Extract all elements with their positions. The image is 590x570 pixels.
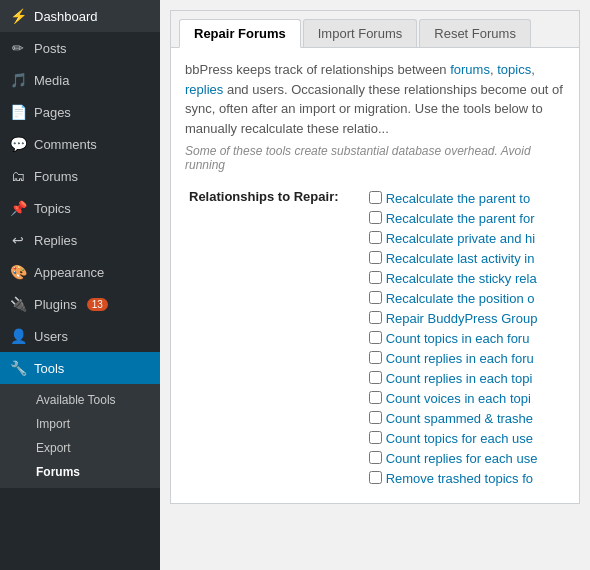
sidebar-item-appearance[interactable]: 🎨 Appearance xyxy=(0,256,160,288)
sidebar-item-posts[interactable]: ✏ Posts xyxy=(0,32,160,64)
checkbox-opt7[interactable] xyxy=(369,311,382,324)
repair-table: Relationships to Repair: Recalculate the… xyxy=(185,186,565,491)
checkbox-opt13[interactable] xyxy=(369,431,382,444)
option-text-15: Remove trashed topics fo xyxy=(382,471,533,486)
sidebar: ⚡ Dashboard ✏ Posts 🎵 Media 📄 Pages 💬 Co… xyxy=(0,0,160,570)
checkbox-opt12[interactable] xyxy=(369,411,382,424)
warning-text: Some of these tools create substantial d… xyxy=(185,144,565,172)
option-text-3: Recalculate private and hi xyxy=(382,231,535,246)
option-text-8: Count topics in each foru xyxy=(382,331,529,346)
sidebar-label-dashboard: Dashboard xyxy=(34,9,98,24)
option-text-11: Count voices in each topi xyxy=(382,391,531,406)
sidebar-item-dashboard[interactable]: ⚡ Dashboard xyxy=(0,0,160,32)
checkbox-opt4[interactable] xyxy=(369,251,382,264)
tabs-bar: Repair Forums Import Forums Reset Forums xyxy=(171,11,579,48)
option-row-7: Repair BuddyPress Group xyxy=(369,309,561,328)
topics-icon: 📌 xyxy=(10,200,26,216)
checkbox-opt3[interactable] xyxy=(369,231,382,244)
appearance-icon: 🎨 xyxy=(10,264,26,280)
plugins-icon: 🔌 xyxy=(10,296,26,312)
option-row-3: Recalculate private and hi xyxy=(369,229,561,248)
tab-import-forums[interactable]: Import Forums xyxy=(303,19,418,47)
sidebar-label-tools: Tools xyxy=(34,361,64,376)
options-list: Recalculate the parent to Recalculate th… xyxy=(369,189,561,488)
sidebar-item-plugins[interactable]: 🔌 Plugins 13 xyxy=(0,288,160,320)
plugins-badge: 13 xyxy=(87,298,108,311)
tab-repair-forums[interactable]: Repair Forums xyxy=(179,19,301,48)
option-text-7: Repair BuddyPress Group xyxy=(382,311,537,326)
sidebar-sub-tools: Available Tools Import Export Forums xyxy=(0,384,160,488)
checkbox-opt1[interactable] xyxy=(369,191,382,204)
sidebar-sub-forums[interactable]: Forums xyxy=(0,460,160,484)
sidebar-item-pages[interactable]: 📄 Pages xyxy=(0,96,160,128)
option-row-12: Count spammed & trashe xyxy=(369,409,561,428)
sidebar-item-comments[interactable]: 💬 Comments xyxy=(0,128,160,160)
media-icon: 🎵 xyxy=(10,72,26,88)
sidebar-label-media: Media xyxy=(34,73,69,88)
option-row-9: Count replies in each foru xyxy=(369,349,561,368)
sidebar-item-media[interactable]: 🎵 Media xyxy=(0,64,160,96)
sidebar-label-plugins: Plugins xyxy=(34,297,77,312)
option-text-13: Count topics for each use xyxy=(382,431,533,446)
option-text-4: Recalculate last activity in xyxy=(382,251,534,266)
checkbox-opt14[interactable] xyxy=(369,451,382,464)
option-text-1: Recalculate the parent to xyxy=(382,191,530,206)
relationships-label: Relationships to Repair: xyxy=(185,186,365,491)
checkbox-opt5[interactable] xyxy=(369,271,382,284)
replies-icon: ↩ xyxy=(10,232,26,248)
sidebar-sub-export[interactable]: Export xyxy=(0,436,160,460)
forums-link[interactable]: forums xyxy=(450,62,490,77)
main-content: Repair Forums Import Forums Reset Forums… xyxy=(160,0,590,570)
sidebar-item-tools[interactable]: 🔧 Tools xyxy=(0,352,160,384)
replies-link[interactable]: replies xyxy=(185,82,223,97)
checkbox-opt6[interactable] xyxy=(369,291,382,304)
posts-icon: ✏ xyxy=(10,40,26,56)
option-text-2: Recalculate the parent for xyxy=(382,211,535,226)
option-row-5: Recalculate the sticky rela xyxy=(369,269,561,288)
option-text-9: Count replies in each foru xyxy=(382,351,534,366)
option-row-13: Count topics for each use xyxy=(369,429,561,448)
sidebar-sub-import[interactable]: Import xyxy=(0,412,160,436)
sidebar-label-topics: Topics xyxy=(34,201,71,216)
option-text-14: Count replies for each use xyxy=(382,451,537,466)
content-panel: Repair Forums Import Forums Reset Forums… xyxy=(170,10,580,504)
topics-link[interactable]: topics xyxy=(497,62,531,77)
option-row-8: Count topics in each foru xyxy=(369,329,561,348)
checkbox-opt11[interactable] xyxy=(369,391,382,404)
option-row-10: Count replies in each topi xyxy=(369,369,561,388)
checkbox-opt8[interactable] xyxy=(369,331,382,344)
option-text-12: Count spammed & trashe xyxy=(382,411,533,426)
tab-reset-forums[interactable]: Reset Forums xyxy=(419,19,531,47)
dashboard-icon: ⚡ xyxy=(10,8,26,24)
sidebar-label-forums: Forums xyxy=(34,169,78,184)
forums-icon: 🗂 xyxy=(10,168,26,184)
repair-forums-body: bbPress keeps track of relationships bet… xyxy=(171,48,579,503)
option-row-1: Recalculate the parent to xyxy=(369,189,561,208)
sidebar-label-comments: Comments xyxy=(34,137,97,152)
option-row-6: Recalculate the position o xyxy=(369,289,561,308)
tools-icon: 🔧 xyxy=(10,360,26,376)
option-text-10: Count replies in each topi xyxy=(382,371,532,386)
checkbox-opt9[interactable] xyxy=(369,351,382,364)
sidebar-sub-available-tools[interactable]: Available Tools xyxy=(0,388,160,412)
option-text-5: Recalculate the sticky rela xyxy=(382,271,537,286)
option-row-11: Count voices in each topi xyxy=(369,389,561,408)
option-row-2: Recalculate the parent for xyxy=(369,209,561,228)
checkbox-opt15[interactable] xyxy=(369,471,382,484)
pages-icon: 📄 xyxy=(10,104,26,120)
sidebar-label-appearance: Appearance xyxy=(34,265,104,280)
sidebar-item-users[interactable]: 👤 Users xyxy=(0,320,160,352)
description-text: bbPress keeps track of relationships bet… xyxy=(185,60,565,138)
sidebar-item-replies[interactable]: ↩ Replies xyxy=(0,224,160,256)
option-row-15: Remove trashed topics fo xyxy=(369,469,561,488)
option-row-4: Recalculate last activity in xyxy=(369,249,561,268)
checkbox-opt2[interactable] xyxy=(369,211,382,224)
sidebar-label-replies: Replies xyxy=(34,233,77,248)
sidebar-item-forums[interactable]: 🗂 Forums xyxy=(0,160,160,192)
sidebar-item-topics[interactable]: 📌 Topics xyxy=(0,192,160,224)
sidebar-label-users: Users xyxy=(34,329,68,344)
checkbox-opt10[interactable] xyxy=(369,371,382,384)
option-text-6: Recalculate the position o xyxy=(382,291,535,306)
option-row-14: Count replies for each use xyxy=(369,449,561,468)
users-icon: 👤 xyxy=(10,328,26,344)
